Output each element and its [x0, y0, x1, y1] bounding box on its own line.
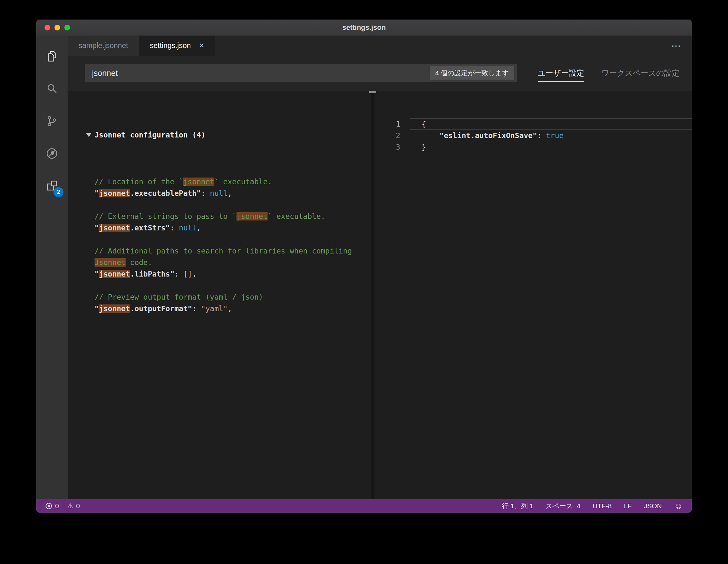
default-settings-line[interactable]: // Additional paths to search for librar… — [95, 245, 371, 257]
code-segment: // Preview output format (yaml / json) — [95, 293, 263, 301]
status-bar: 0 ⚠ 0 行 1、列 1 スペース: 4 UTF-8 LF JSON ☺ — [36, 499, 692, 513]
editor-line[interactable]: 1{ — [374, 118, 692, 130]
code-segment: " — [95, 224, 99, 232]
status-right-group: 行 1、列 1 スペース: 4 UTF-8 LF JSON ☺ — [502, 502, 683, 510]
section-header-label: Jsonnet configuration (4) — [95, 129, 205, 141]
activity-search-button[interactable] — [36, 72, 68, 105]
default-settings-line[interactable] — [95, 280, 371, 291]
fold-arrow-icon[interactable] — [86, 133, 91, 137]
code-segment: // Additional paths to search for librar… — [95, 247, 352, 255]
settings-section-header[interactable]: Jsonnet configuration (4) — [86, 129, 371, 141]
code-segment: " — [95, 304, 99, 313]
code-segment — [422, 131, 439, 140]
settings-search-row: jsonnet 4 個の設定が一致します ユーザー設定 ワークスペースの設定 — [68, 56, 692, 91]
sash-handle[interactable] — [369, 91, 376, 93]
code-segment: jsonnet — [183, 178, 214, 186]
tab-close-icon[interactable]: × — [199, 41, 204, 50]
default-settings-line[interactable]: "jsonnet.outputFormat": "yaml", — [95, 303, 371, 314]
encoding[interactable]: UTF-8 — [592, 502, 612, 510]
code-segment: : — [174, 270, 183, 278]
line-content: { — [410, 118, 692, 130]
search-icon — [46, 83, 58, 95]
default-settings-line[interactable] — [95, 199, 371, 211]
main-area: 2 sample.jsonnet settings.json × ⋯ jsonn… — [36, 36, 692, 499]
title-bar[interactable]: settings.json — [36, 20, 692, 36]
code-segment: jsonnet — [99, 304, 130, 313]
tab-label: settings.json — [150, 41, 191, 50]
code-segment: .extStrs" — [130, 224, 170, 232]
tab-sample-jsonnet[interactable]: sample.jsonnet — [68, 36, 139, 56]
settings-search-input[interactable]: jsonnet 4 個の設定が一致します — [85, 64, 517, 82]
code-segment: "yaml" — [201, 304, 227, 313]
code-segment: ` executable. — [268, 212, 325, 220]
code-segment: jsonnet — [236, 212, 268, 220]
code-segment: jsonnet — [99, 270, 130, 278]
tab-settings-json[interactable]: settings.json × — [139, 36, 215, 56]
close-window-button[interactable] — [45, 25, 50, 30]
cursor-position[interactable]: 行 1、列 1 — [502, 502, 534, 510]
code-segment: : — [537, 131, 546, 140]
tab-label: sample.jsonnet — [79, 41, 128, 50]
default-settings-line[interactable]: // Location of the `jsonnet` executable. — [95, 176, 371, 187]
line-content: } — [410, 141, 692, 153]
zoom-window-button[interactable] — [64, 25, 70, 30]
code-segment: null — [179, 224, 196, 232]
scope-tab-workspace-settings[interactable]: ワークスペースの設定 — [601, 68, 679, 78]
code-segment: .executablePath" — [130, 189, 201, 197]
match-count-badge: 4 個の設定が一致します — [430, 66, 514, 80]
code-segment: ` executable. — [214, 178, 272, 186]
default-settings-line[interactable]: "jsonnet.extStrs": null, — [95, 222, 371, 234]
activity-source-control-button[interactable] — [36, 105, 68, 137]
scope-tab-user-settings[interactable]: ユーザー設定 — [538, 68, 584, 82]
editor-line[interactable]: 3} — [374, 141, 692, 153]
code-segment: jsonnet — [99, 189, 130, 197]
code-segment: .libPaths" — [130, 270, 174, 278]
code-segment: code. — [126, 258, 152, 267]
code-segment: jsonnet — [99, 224, 130, 232]
line-content: "eslint.autoFixOnSave": true — [410, 130, 692, 141]
user-settings-editor[interactable]: 1{2 "eslint.autoFixOnSave": true3} — [374, 91, 692, 176]
tab-bar: sample.jsonnet settings.json × ⋯ — [68, 36, 692, 56]
editor-column: sample.jsonnet settings.json × ⋯ jsonnet… — [68, 36, 692, 499]
code-segment: [], — [183, 270, 197, 278]
more-actions-icon[interactable]: ⋯ — [671, 36, 681, 56]
editor-line[interactable]: 2 "eslint.autoFixOnSave": true — [374, 130, 692, 141]
explorer-icon — [46, 51, 58, 62]
eol-sequence[interactable]: LF — [624, 502, 632, 510]
code-segment: : — [201, 189, 210, 197]
default-settings-line[interactable]: Jsonnet code. — [95, 257, 371, 268]
user-settings-lines: 1{2 "eslint.autoFixOnSave": true3} — [374, 118, 692, 153]
activity-explorer-button[interactable] — [36, 40, 68, 72]
line-number: 3 — [374, 141, 410, 153]
split-sash[interactable] — [371, 91, 374, 499]
search-query-text[interactable]: jsonnet — [92, 69, 430, 78]
indentation-setting[interactable]: スペース: 4 — [546, 502, 581, 510]
debug-icon — [46, 147, 58, 160]
code-segment: { — [422, 120, 426, 129]
error-icon — [45, 502, 52, 510]
minimize-window-button[interactable] — [54, 25, 60, 30]
default-settings-line[interactable]: "jsonnet.libPaths": [], — [95, 268, 371, 280]
code-segment: } — [422, 143, 426, 151]
default-settings-lines: // Location of the `jsonnet` executable.… — [95, 176, 371, 314]
activity-debug-button[interactable] — [36, 137, 68, 170]
code-segment: Jsonnet — [95, 258, 126, 267]
code-segment: , — [197, 224, 201, 232]
feedback-smiley-icon[interactable]: ☺ — [674, 502, 683, 510]
default-settings-line[interactable]: "jsonnet.executablePath": null, — [95, 187, 371, 199]
activity-extensions-button[interactable]: 2 — [36, 170, 68, 202]
default-settings-line[interactable]: // External strings to pass to `jsonnet`… — [95, 211, 371, 222]
language-mode[interactable]: JSON — [644, 502, 662, 510]
default-settings-line[interactable] — [95, 234, 371, 245]
error-counter[interactable]: 0 — [45, 502, 59, 510]
code-segment: " — [95, 270, 99, 278]
default-settings-line[interactable]: // Preview output format (yaml / json) — [95, 291, 371, 303]
line-number: 1 — [374, 118, 410, 130]
code-segment: , — [227, 304, 232, 313]
source-control-icon — [46, 115, 58, 127]
code-segment: // External strings to pass to ` — [95, 212, 236, 220]
warning-counter[interactable]: ⚠ 0 — [67, 502, 80, 510]
settings-split-view: Jsonnet configuration (4) // Location of… — [68, 91, 692, 499]
code-segment: // Location of the ` — [95, 178, 183, 186]
app-window: settings.json — [36, 20, 692, 513]
